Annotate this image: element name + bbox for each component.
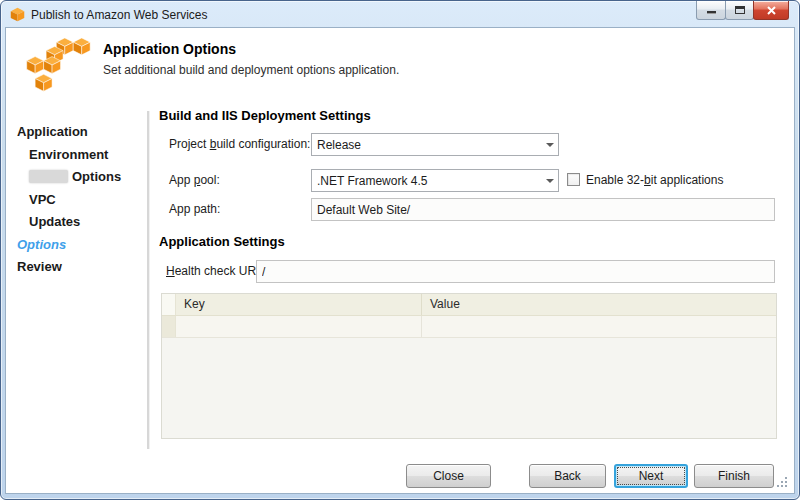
- close-icon: [766, 5, 777, 16]
- health-check-label: Health check URL:: [166, 264, 266, 278]
- key-cell[interactable]: [176, 316, 422, 337]
- maximize-icon: [735, 6, 745, 14]
- sidebar-item-environment[interactable]: Environment: [17, 144, 145, 167]
- dialog-content: Application Options Set additional build…: [5, 27, 795, 494]
- app-pool-value: .NET Framework 4.5: [312, 174, 541, 188]
- sidebar-item-redacted-options[interactable]: Options: [17, 166, 145, 189]
- sidebar-divider: [147, 111, 149, 449]
- minimize-button[interactable]: [696, 1, 726, 20]
- minimize-icon: [707, 11, 716, 14]
- sidebar-item-vpc[interactable]: VPC: [17, 189, 145, 212]
- maximize-button[interactable]: [725, 1, 754, 20]
- column-header-value[interactable]: Value: [422, 294, 776, 315]
- enable-32bit-checkbox[interactable]: [567, 173, 580, 186]
- publish-dialog-window: Publish to Amazon Web Services: [0, 0, 800, 500]
- page-subtitle: Set additional build and deployment opti…: [103, 63, 399, 77]
- close-window-button[interactable]: [753, 1, 789, 20]
- wizard-step-list: Application Environment Options VPC Upda…: [17, 121, 145, 279]
- sidebar-item-options-current[interactable]: Options: [17, 234, 145, 257]
- grid-header-row: Key Value: [162, 294, 776, 316]
- finish-button[interactable]: Finish: [694, 464, 774, 488]
- caption-button-group: [696, 1, 789, 20]
- page-title: Application Options: [103, 41, 236, 57]
- section-title-build: Build and IIS Deployment Settings: [159, 108, 371, 123]
- window-title: Publish to Amazon Web Services: [31, 8, 208, 22]
- chevron-down-icon[interactable]: [541, 143, 558, 147]
- section-title-application: Application Settings: [159, 234, 285, 249]
- app-settings-grid: Key Value: [161, 293, 777, 439]
- sidebar-item-label: Options: [72, 169, 121, 184]
- back-button[interactable]: Back: [529, 464, 606, 488]
- app-pool-label: App pool:: [169, 173, 220, 187]
- table-row: [162, 316, 776, 338]
- aws-logo-icon: [25, 37, 91, 93]
- enable-32bit-label[interactable]: Enable 32-bit applications: [586, 173, 723, 187]
- build-configuration-combobox[interactable]: Release: [311, 133, 559, 156]
- app-path-input[interactable]: [311, 198, 775, 221]
- row-selector[interactable]: [162, 316, 176, 337]
- health-check-url-input[interactable]: [256, 260, 775, 283]
- resize-grip-icon[interactable]: [775, 475, 788, 488]
- aws-cube-icon: [10, 7, 25, 22]
- build-configuration-value: Release: [312, 138, 541, 152]
- sidebar-item-application[interactable]: Application: [17, 121, 145, 144]
- row-selector-header: [162, 294, 176, 315]
- column-header-key[interactable]: Key: [176, 294, 422, 315]
- value-cell[interactable]: [422, 316, 776, 337]
- sidebar-item-updates[interactable]: Updates: [17, 211, 145, 234]
- redacted-text: [29, 170, 68, 183]
- build-config-label: Project build configuration:: [169, 137, 310, 151]
- close-button[interactable]: Close: [406, 464, 491, 488]
- app-pool-combobox[interactable]: .NET Framework 4.5: [311, 169, 559, 192]
- sidebar-item-review[interactable]: Review: [17, 256, 145, 279]
- title-bar[interactable]: Publish to Amazon Web Services: [1, 1, 799, 28]
- app-path-label: App path:: [169, 202, 220, 216]
- next-button[interactable]: Next: [614, 464, 688, 488]
- chevron-down-icon[interactable]: [541, 179, 558, 183]
